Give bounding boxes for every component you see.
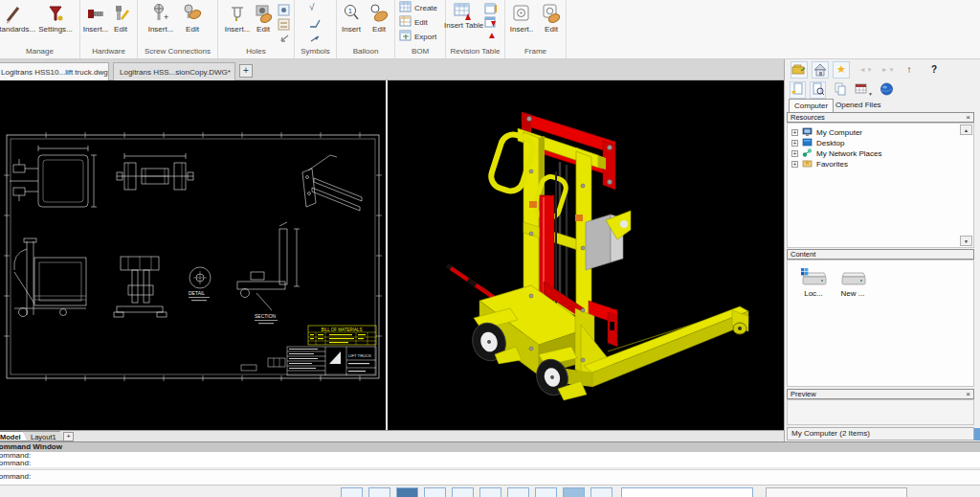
surface-finish-icon[interactable]: √	[309, 2, 322, 14]
command-input-line[interactable]: Command:	[0, 469, 980, 485]
view-mode-button[interactable]: ▼	[852, 81, 876, 99]
copy-document-button[interactable]	[833, 81, 849, 99]
preview-header[interactable]: Preview ×	[787, 389, 974, 399]
doc-tab-sion-copy[interactable]: Logitrans HSS...sionCopy.DWG*×	[113, 62, 235, 80]
button-label: Insert..	[505, 25, 538, 34]
tree-item-my-computer[interactable]: +My Computer	[791, 126, 862, 137]
lift-truck-3d-model	[388, 80, 784, 430]
expand-icon[interactable]: +	[791, 150, 798, 157]
close-icon[interactable]: ×	[966, 113, 970, 122]
scroll-down-button[interactable]: ▼	[960, 236, 972, 246]
globe-button[interactable]	[879, 81, 895, 99]
standards-button[interactable]: Standards...	[0, 0, 33, 45]
up-button[interactable]: ↑	[902, 61, 917, 79]
hole-option-icon[interactable]	[278, 3, 290, 15]
scroll-up-button[interactable]: ▲	[960, 124, 972, 135]
status-toggle-button[interactable]	[507, 487, 529, 497]
hole-option-icon[interactable]	[278, 17, 290, 30]
bom-create-button[interactable]: Create	[399, 1, 437, 15]
button-label: Standards...	[0, 25, 33, 34]
home-button[interactable]	[812, 61, 829, 79]
insert-revision-table-button[interactable]: Insert Table	[444, 0, 480, 46]
doc-tab-label: Logitrans HSS...sionCopy.DWG*	[120, 68, 231, 77]
new-layout-button[interactable]: +	[63, 432, 74, 441]
leader-arrow-icon[interactable]	[308, 31, 321, 43]
revision-option-icon[interactable]	[484, 15, 497, 28]
weld-symbol-icon[interactable]	[308, 16, 321, 29]
svg-text:1: 1	[348, 8, 352, 14]
new-tab-button[interactable]: +	[239, 64, 253, 78]
group-label-bom: BOM	[395, 45, 445, 57]
bom-edit-button[interactable]: Edit	[399, 15, 428, 30]
status-toggle-button[interactable]	[479, 487, 501, 497]
tree-item-desktop[interactable]: +Desktop	[791, 137, 844, 147]
status-toggle-button[interactable]	[452, 487, 474, 497]
panel-resize-grip[interactable]	[974, 428, 980, 441]
status-field[interactable]	[621, 487, 753, 497]
2d-drawing-viewport[interactable]: DETAIL SECTION BILL OF MATERIALS	[0, 80, 386, 430]
bom-export-button[interactable]: Export	[399, 30, 436, 44]
content-header[interactable]: Content	[787, 249, 974, 260]
status-toggle-button[interactable]	[424, 487, 446, 497]
tab-layout1[interactable]: Layout1	[23, 431, 64, 441]
panel-status-bar: My Computer (2 Items)	[787, 427, 974, 441]
status-field[interactable]	[766, 487, 907, 497]
resources-header[interactable]: Resources ×	[787, 112, 974, 123]
tree-item-my-network-places[interactable]: +My Network Places	[791, 147, 881, 158]
status-toggle-button[interactable]	[563, 487, 585, 497]
preview-area	[787, 399, 974, 425]
preview-document-button[interactable]	[810, 81, 826, 99]
layout-tab-bar: Model Layout1 +	[0, 430, 784, 441]
screw-insert-button[interactable]: + Insert...	[142, 0, 180, 45]
forward-button[interactable]: ► ▾	[878, 61, 897, 79]
open-folder-icon	[791, 62, 807, 77]
tab-computer[interactable]: Computer	[789, 99, 834, 112]
open-folder-button[interactable]	[791, 61, 808, 79]
tab-opened-files[interactable]: Opened Files	[831, 99, 886, 112]
command-window-header[interactable]: Command Window	[0, 441, 980, 452]
command-history[interactable]: Command: Command:	[0, 452, 980, 467]
status-toggle-button[interactable]	[535, 487, 557, 497]
status-toggle-button[interactable]	[590, 487, 612, 497]
new-document-button[interactable]	[790, 81, 806, 99]
expand-icon[interactable]: +	[791, 140, 798, 147]
doc-tab-label: Logitrans HSS10...lift truck.dwg*	[1, 64, 109, 80]
help-button[interactable]: ?	[926, 61, 942, 79]
back-button[interactable]: ◄ ▾	[856, 61, 875, 79]
content-area[interactable]: Loc... New ...	[787, 260, 974, 387]
frame-hand-icon	[536, 0, 567, 25]
group-label-holes: Holes	[218, 45, 294, 57]
expand-icon[interactable]: +	[791, 129, 798, 136]
tree-item-favorites[interactable]: +Favorites	[791, 158, 848, 169]
settings-button[interactable]: Settings...	[36, 0, 75, 45]
balloon-edit-button[interactable]: Edit	[364, 0, 394, 45]
3d-model-viewport[interactable]	[388, 80, 784, 430]
ribbon-group-bom: Create Edit Export BOM	[395, 0, 446, 58]
view-grid-icon	[855, 82, 868, 96]
status-toggle-button[interactable]	[396, 487, 418, 497]
frame-insert-button[interactable]: Insert..	[505, 0, 538, 45]
dropdown-caret: ▼	[868, 91, 873, 97]
table-icon	[399, 1, 412, 12]
status-toggle-button[interactable]	[341, 487, 363, 497]
screw-plus-icon: +	[142, 0, 180, 25]
expand-icon[interactable]: +	[791, 161, 798, 168]
hole-undo-icon[interactable]	[278, 32, 290, 44]
holes-edit-button[interactable]: Edit	[249, 0, 278, 45]
content-item-local-disk[interactable]: Loc...	[794, 268, 833, 298]
close-icon[interactable]: ×	[966, 390, 970, 398]
resources-tree[interactable]: +My Computer +Desktop +My Network Places…	[787, 123, 974, 248]
content-item-new-volume[interactable]: New ...	[834, 268, 872, 298]
hardware-edit-button[interactable]: Edit	[105, 0, 136, 45]
bolt-edit-icon	[105, 0, 136, 25]
revision-option-icon[interactable]	[484, 2, 497, 14]
frame-edit-button[interactable]: Edit	[536, 0, 567, 45]
favorites-star-button[interactable]: ★	[833, 61, 850, 79]
doc-tab-lift-truck[interactable]: Logitrans HSS10...lift truck.dwg*×	[0, 62, 109, 80]
desktop-icon	[802, 137, 813, 147]
group-label-hardware: Hardware	[80, 45, 137, 57]
status-toggle-button[interactable]	[368, 487, 390, 497]
revision-warning-icon[interactable]: ▲	[487, 30, 500, 42]
screw-edit-button[interactable]: Edit	[176, 0, 209, 45]
ribbon-group-frame: Insert.. Edit Frame	[505, 0, 567, 58]
